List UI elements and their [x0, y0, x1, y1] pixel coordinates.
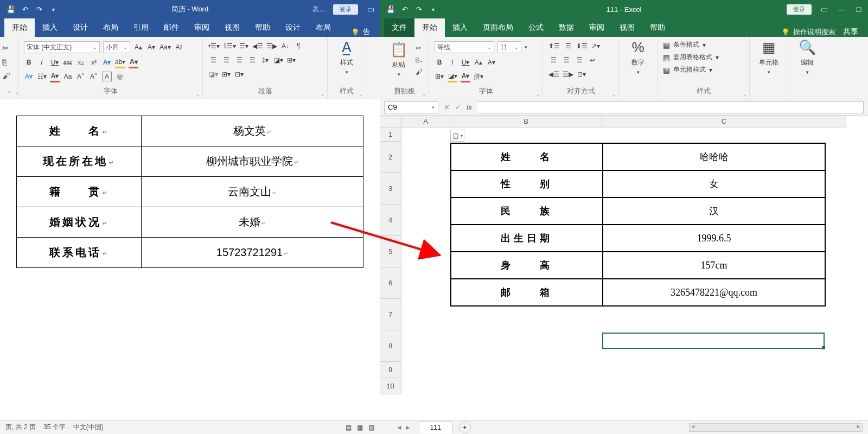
middle-align-icon[interactable]: ☰	[563, 41, 573, 51]
font-color-button[interactable]: A▾	[461, 72, 470, 81]
read-mode-icon[interactable]: ▤	[346, 424, 352, 431]
italic-button[interactable]: I	[448, 58, 457, 67]
decrease-indent-icon[interactable]: ◀☰	[548, 69, 559, 79]
align-center-icon[interactable]: ☰	[561, 55, 571, 65]
value-marital[interactable]: 未婚↵	[142, 207, 363, 238]
numbering-icon[interactable]: 1☰▾	[223, 41, 236, 51]
tab-insert[interactable]: 插入	[445, 18, 475, 37]
label-location[interactable]: 现在所在地↵	[17, 146, 142, 177]
show-marks-icon[interactable]: ¶	[293, 41, 303, 51]
sheet-tab[interactable]: 111	[419, 421, 452, 433]
borders-icon[interactable]: ⊞▾	[435, 72, 444, 81]
enclose-char-icon[interactable]: ㊙	[115, 72, 125, 81]
sheet-nav-next-icon[interactable]: ►	[405, 424, 411, 431]
value-email[interactable]: 3265478221@qq.com	[603, 279, 825, 306]
column-header[interactable]: B	[450, 116, 602, 127]
label-name[interactable]: 姓 名↵	[17, 116, 142, 146]
qat-more-icon[interactable]: ▾	[429, 5, 437, 14]
value-phone[interactable]: 15723721291↵	[142, 238, 363, 268]
value-name[interactable]: 杨文英↵	[142, 116, 363, 146]
paste-button[interactable]: 📋 粘贴 ▾	[385, 41, 412, 77]
share-button[interactable]: 共享	[843, 27, 858, 37]
align-right-icon[interactable]: ☰	[234, 55, 244, 65]
font-name-dropdown[interactable]: 等线⌄	[435, 41, 494, 53]
shrink-font-icon[interactable]: A▾	[487, 58, 496, 67]
minimize-icon[interactable]: —	[837, 5, 846, 14]
bullets-icon[interactable]: •☰▾	[208, 41, 220, 51]
tab-table-design[interactable]: 设计	[278, 18, 308, 37]
cell-styles-button[interactable]: ▦ 单元格样式 ▾	[663, 65, 712, 74]
label-dob[interactable]: 出生日期	[451, 225, 603, 252]
increase-indent-icon[interactable]: ☰▶	[266, 41, 277, 51]
cells-button[interactable]: ▦ 单元格 ▾	[755, 39, 782, 75]
tab-page-layout[interactable]: 页面布局	[475, 18, 521, 37]
font-name-dropdown[interactable]: 宋体 (中文正文) ⌄	[24, 41, 100, 53]
sheet-nav-prev-icon[interactable]: ◄	[396, 424, 403, 431]
save-icon[interactable]: 💾	[386, 5, 395, 14]
bottom-align-icon[interactable]: ⬇☰	[576, 41, 588, 51]
change-case-icon[interactable]: Aa▾	[159, 42, 171, 52]
login-button[interactable]: 登录	[333, 4, 358, 15]
label-height[interactable]: 身 高	[451, 252, 603, 279]
strike-button[interactable]: abc	[63, 58, 73, 67]
align-center-icon[interactable]: ☰	[221, 55, 231, 65]
copy-icon[interactable]: ⎘▾	[416, 56, 423, 64]
select-all-corner[interactable]	[380, 116, 401, 127]
value-gender[interactable]: 女	[603, 170, 825, 197]
orientation-icon[interactable]: ↗▾	[591, 41, 601, 51]
text-effect-a-icon[interactable]: A▾	[24, 72, 34, 81]
superscript-button[interactable]: x²	[89, 58, 99, 67]
label-ethnicity[interactable]: 民 族	[451, 197, 603, 225]
paste-options-badge[interactable]: 📋	[450, 130, 464, 142]
excel-resume-table[interactable]: 姓 名哈哈哈 性 别女 民 族汉 出生日期1999.6.5 身 高157cm 邮…	[450, 143, 826, 307]
tab-mailings[interactable]: 邮件	[156, 18, 187, 37]
format-painter-icon[interactable]: 🖌	[2, 71, 16, 80]
tab-table-layout[interactable]: 布局	[308, 18, 339, 37]
tab-home[interactable]: 开始	[414, 18, 445, 37]
word-resume-table[interactable]: 姓 名↵杨文英↵ 现在所在地↵柳州城市职业学院↵ 籍 贯↵云南文山↵ 婚姻状况↵…	[16, 116, 363, 268]
font-size-dropdown[interactable]: 11⌄	[497, 41, 521, 53]
row-header[interactable]: 10	[380, 378, 401, 394]
cut-icon[interactable]: ✂	[416, 44, 423, 52]
grow-shrink-icon[interactable]: ▾	[525, 44, 527, 50]
clear-format-icon[interactable]: A⃠	[174, 42, 184, 52]
bold-button[interactable]: B	[24, 58, 34, 67]
qat-more-icon[interactable]: ▾	[49, 5, 58, 14]
border-style-icon[interactable]: ⊞▾	[221, 69, 231, 79]
row-header[interactable]: 7	[380, 299, 401, 330]
styles-button[interactable]: A̲ 样式 ▾	[333, 39, 360, 75]
char-shading-icon[interactable]: ☷▾	[37, 72, 47, 81]
ribbon-options-icon[interactable]: ▭	[819, 5, 829, 14]
editing-button[interactable]: 🔍 编辑 ▾	[794, 39, 821, 75]
underline-button[interactable]: U▾	[50, 58, 60, 67]
char-border-icon[interactable]: A▾	[50, 72, 60, 81]
number-format-button[interactable]: % 数字 ▾	[624, 39, 652, 75]
tab-help[interactable]: 帮助	[642, 18, 673, 37]
char-border2-icon[interactable]: A	[102, 72, 112, 81]
word-document[interactable]: 姓 名↵杨文英↵ 现在所在地↵柳州城市职业学院↵ 籍 贯↵云南文山↵ 婚姻状况↵…	[0, 99, 380, 420]
text-effects-icon[interactable]: A▾	[102, 58, 112, 67]
line-spacing-icon[interactable]: ‡▾	[260, 55, 270, 65]
formula-input[interactable]	[477, 101, 864, 113]
tab-review[interactable]: 审阅	[582, 18, 612, 37]
tab-references[interactable]: 引用	[126, 18, 156, 37]
tab-view[interactable]: 视图	[217, 18, 247, 37]
align-left-icon[interactable]: ☰	[548, 55, 558, 65]
subscript-button[interactable]: x₂	[76, 58, 86, 67]
font-size-dropdown[interactable]: 小四⌄	[103, 41, 130, 53]
tabs-icon[interactable]: ⊡▾	[234, 69, 244, 79]
row-header[interactable]: 6	[380, 267, 401, 299]
merge-center-icon[interactable]: ⊡▾	[577, 69, 586, 79]
row-header[interactable]: 8	[380, 330, 401, 362]
copy-icon[interactable]: ⎘	[2, 58, 16, 67]
shrink-a-icon[interactable]: A˅	[89, 72, 99, 81]
column-header[interactable]: C	[602, 116, 846, 127]
phonetic-icon[interactable]: 拼▾	[474, 72, 483, 81]
redo-icon[interactable]: ↷	[414, 5, 423, 14]
shrink-font-icon[interactable]: A▾	[146, 42, 156, 52]
value-height[interactable]: 157cm	[603, 252, 825, 279]
enter-icon[interactable]: ✓	[455, 103, 461, 111]
cut-icon[interactable]: ✂	[2, 43, 16, 53]
multilevel-icon[interactable]: ☰▾	[239, 41, 249, 51]
tab-data[interactable]: 数据	[551, 18, 582, 37]
